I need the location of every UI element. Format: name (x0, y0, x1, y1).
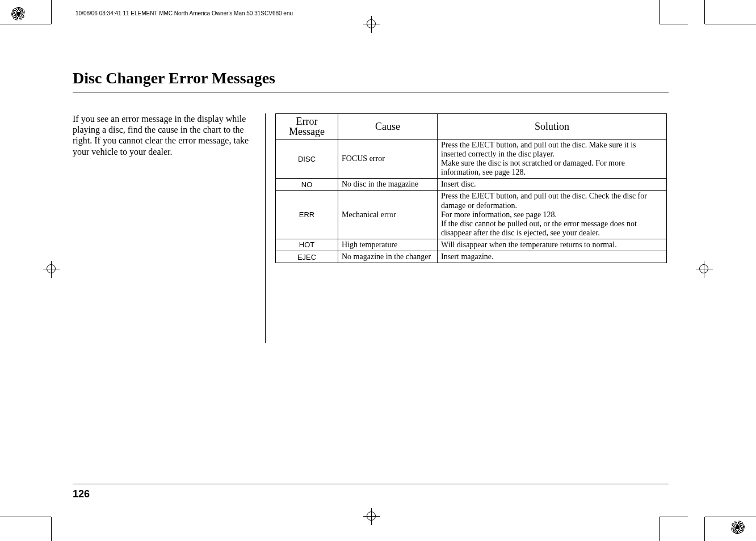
crop-mark (705, 24, 756, 24)
crop-mark (660, 517, 688, 517)
error-solution: Press the EJECT button, and pull out the… (438, 140, 667, 179)
error-cause: FOCUS error (338, 140, 438, 179)
crop-mark (659, 517, 660, 541)
crosshair-icon (43, 261, 60, 278)
crop-mark (51, 0, 52, 24)
error-solution: Insert disc. (438, 179, 667, 191)
header-solution: Solution (438, 114, 667, 140)
error-code: EJEC (276, 251, 338, 263)
crosshair-icon (363, 508, 380, 525)
crop-mark (51, 517, 52, 541)
crop-mark (705, 517, 756, 517)
crosshair-icon (363, 16, 380, 33)
crop-mark (704, 517, 705, 541)
crop-mark (0, 24, 51, 24)
error-message-table: Error Message Cause Solution DISC FOCUS … (275, 113, 667, 263)
header-error-message: Error Message (276, 114, 338, 140)
table-row: EJEC No magazine in the changer Insert m… (276, 251, 667, 263)
header-error-label: Error Message (289, 116, 325, 137)
registration-mark-icon (11, 7, 25, 20)
column-divider (265, 113, 266, 343)
error-cause: No magazine in the changer (338, 251, 438, 263)
crop-mark (0, 517, 51, 517)
error-code: NO (276, 179, 338, 191)
error-solution: Insert magazine. (438, 251, 667, 263)
error-code: DISC (276, 140, 338, 179)
crosshair-icon (696, 261, 713, 278)
table-header-row: Error Message Cause Solution (276, 114, 667, 140)
table-row: ERR Mechanical error Press the EJECT but… (276, 191, 667, 239)
error-cause: High temperature (338, 239, 438, 251)
error-code: ERR (276, 191, 338, 239)
footer-rule (73, 484, 669, 484)
error-solution: Will disappear when the temperature retu… (438, 239, 667, 251)
error-cause: Mechanical error (338, 191, 438, 239)
crop-mark (704, 0, 705, 24)
crop-mark (660, 24, 688, 24)
error-solution: Press the EJECT button, and pull out the… (438, 191, 667, 239)
page-title: Disc Changer Error Messages (73, 69, 275, 87)
title-underline (73, 92, 669, 92)
header-cause: Cause (338, 114, 438, 140)
crop-mark (659, 0, 660, 24)
registration-mark-icon (731, 521, 745, 534)
page-number: 126 (73, 488, 90, 500)
table-row: DISC FOCUS error Press the EJECT button,… (276, 140, 667, 179)
header-metadata: 10/08/06 08:34:41 11 ELEMENT MMC North A… (75, 10, 293, 16)
intro-paragraph: If you see an error message in the displ… (73, 113, 254, 157)
error-code: HOT (276, 239, 338, 251)
table-row: HOT High temperature Will disappear when… (276, 239, 667, 251)
table-row: NO No disc in the magazine Insert disc. (276, 179, 667, 191)
error-cause: No disc in the magazine (338, 179, 438, 191)
